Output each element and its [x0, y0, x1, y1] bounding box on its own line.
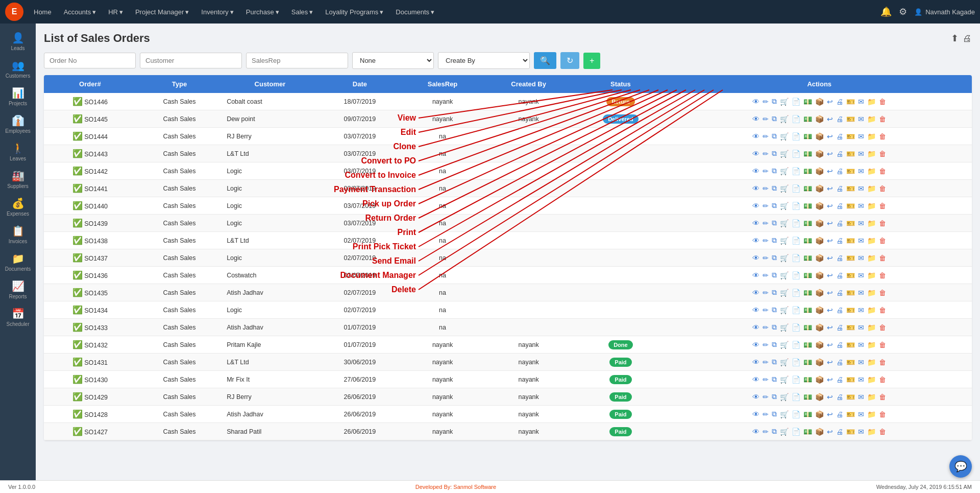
action-clone-icon[interactable]: ⧉	[771, 392, 778, 402]
sidebar-item-invoices[interactable]: 📋 Invoices	[0, 221, 36, 248]
action-convert-to-po-icon[interactable]: 🛒	[779, 167, 790, 176]
action-print-pick-ticket-icon[interactable]: 🎫	[845, 392, 856, 402]
action-convert-to-po-icon[interactable]: 🛒	[779, 306, 790, 315]
action-print-icon[interactable]: 🖨	[835, 149, 844, 158]
action-send-email-icon[interactable]: ✉	[857, 219, 865, 228]
action-send-email-icon[interactable]: ✉	[857, 323, 865, 332]
action-print-icon[interactable]: 🖨	[835, 340, 844, 349]
action-print-icon[interactable]: 🖨	[835, 167, 844, 176]
action-clone-icon[interactable]: ⧉	[771, 183, 778, 193]
action-clone-icon[interactable]: ⧉	[771, 288, 778, 297]
action-delete-icon[interactable]: 🗑	[878, 427, 887, 436]
action-delete-icon[interactable]: 🗑	[878, 184, 887, 193]
action-return-order-icon[interactable]: ↩	[826, 427, 834, 436]
action-pick-up-order-icon[interactable]: 📦	[814, 219, 825, 228]
action-document-manager-icon[interactable]: 📁	[866, 253, 877, 263]
action-pick-up-order-icon[interactable]: 📦	[814, 114, 825, 124]
action-convert-to-po-icon[interactable]: 🛒	[779, 236, 790, 245]
action-payment-transaction-icon[interactable]: 💵	[802, 149, 813, 158]
action-document-manager-icon[interactable]: 📁	[866, 375, 877, 384]
action-view-icon[interactable]: 👁	[751, 340, 761, 349]
action-convert-to-po-icon[interactable]: 🛒	[779, 375, 790, 384]
action-payment-transaction-icon[interactable]: 💵	[802, 201, 813, 210]
print-button[interactable]: 🖨	[963, 33, 972, 44]
action-convert-to-po-icon[interactable]: 🛒	[779, 184, 790, 193]
action-view-icon[interactable]: 👁	[751, 149, 761, 158]
action-print-pick-ticket-icon[interactable]: 🎫	[845, 340, 856, 349]
nav-hr[interactable]: HR▾	[103, 5, 128, 19]
action-return-order-icon[interactable]: ↩	[826, 167, 834, 176]
action-edit-icon[interactable]: ✏	[762, 219, 770, 228]
action-clone-icon[interactable]: ⧉	[771, 114, 778, 124]
action-convert-to-invoice-icon[interactable]: 📄	[791, 114, 801, 124]
action-document-manager-icon[interactable]: 📁	[866, 288, 877, 297]
action-clone-icon[interactable]: ⧉	[771, 218, 778, 228]
action-payment-transaction-icon[interactable]: 💵	[802, 167, 813, 176]
action-clone-icon[interactable]: ⧉	[771, 236, 778, 245]
action-pick-up-order-icon[interactable]: 📦	[814, 392, 825, 402]
action-delete-icon[interactable]: 🗑	[878, 253, 887, 263]
action-view-icon[interactable]: 👁	[751, 323, 761, 332]
action-return-order-icon[interactable]: ↩	[826, 149, 834, 158]
action-return-order-icon[interactable]: ↩	[826, 306, 834, 315]
user-menu[interactable]: 👤 Navnath Kagade	[914, 8, 975, 16]
action-document-manager-icon[interactable]: 📁	[866, 323, 877, 332]
action-document-manager-icon[interactable]: 📁	[866, 392, 877, 402]
action-print-icon[interactable]: 🖨	[835, 184, 844, 193]
action-view-icon[interactable]: 👁	[751, 410, 761, 419]
upload-button[interactable]: ⬆	[951, 33, 959, 44]
action-convert-to-po-icon[interactable]: 🛒	[779, 219, 790, 228]
action-send-email-icon[interactable]: ✉	[857, 392, 865, 402]
action-print-icon[interactable]: 🖨	[835, 288, 844, 297]
sidebar-item-expenses[interactable]: 💰 Expenses	[0, 193, 36, 221]
action-print-pick-ticket-icon[interactable]: 🎫	[845, 114, 856, 124]
action-clone-icon[interactable]: ⧉	[771, 149, 778, 158]
action-payment-transaction-icon[interactable]: 💵	[802, 236, 813, 245]
action-print-pick-ticket-icon[interactable]: 🎫	[845, 271, 856, 280]
action-view-icon[interactable]: 👁	[751, 392, 761, 402]
action-send-email-icon[interactable]: ✉	[857, 306, 865, 315]
action-payment-transaction-icon[interactable]: 💵	[802, 219, 813, 228]
action-print-pick-ticket-icon[interactable]: 🎫	[845, 253, 856, 263]
action-return-order-icon[interactable]: ↩	[826, 219, 834, 228]
add-button[interactable]: +	[583, 53, 600, 69]
action-pick-up-order-icon[interactable]: 📦	[814, 375, 825, 384]
sidebar-item-projects[interactable]: 📊 Projects	[0, 83, 36, 110]
action-send-email-icon[interactable]: ✉	[857, 167, 865, 176]
sidebar-item-employees[interactable]: 👔 Employees	[0, 110, 36, 138]
action-payment-transaction-icon[interactable]: 💵	[802, 358, 813, 367]
action-send-email-icon[interactable]: ✉	[857, 114, 865, 124]
action-convert-to-po-icon[interactable]: 🛒	[779, 132, 790, 141]
action-document-manager-icon[interactable]: 📁	[866, 340, 877, 349]
action-return-order-icon[interactable]: ↩	[826, 184, 834, 193]
action-convert-to-invoice-icon[interactable]: 📄	[791, 132, 801, 141]
action-clone-icon[interactable]: ⧉	[771, 166, 778, 176]
action-document-manager-icon[interactable]: 📁	[866, 219, 877, 228]
sidebar-item-leaves[interactable]: 🚶 Leaves	[0, 138, 36, 166]
action-print-pick-ticket-icon[interactable]: 🎫	[845, 167, 856, 176]
action-print-pick-ticket-icon[interactable]: 🎫	[845, 323, 856, 332]
action-print-icon[interactable]: 🖨	[835, 271, 844, 280]
action-print-icon[interactable]: 🖨	[835, 358, 844, 367]
action-document-manager-icon[interactable]: 📁	[866, 184, 877, 193]
action-edit-icon[interactable]: ✏	[762, 375, 770, 384]
action-payment-transaction-icon[interactable]: 💵	[802, 410, 813, 419]
action-convert-to-invoice-icon[interactable]: 📄	[791, 392, 801, 402]
action-convert-to-invoice-icon[interactable]: 📄	[791, 149, 801, 158]
action-print-icon[interactable]: 🖨	[835, 219, 844, 228]
action-payment-transaction-icon[interactable]: 💵	[802, 271, 813, 280]
action-delete-icon[interactable]: 🗑	[878, 132, 887, 141]
action-payment-transaction-icon[interactable]: 💵	[802, 132, 813, 141]
action-pick-up-order-icon[interactable]: 📦	[814, 340, 825, 349]
action-payment-transaction-icon[interactable]: 💵	[802, 114, 813, 124]
action-return-order-icon[interactable]: ↩	[826, 410, 834, 419]
action-send-email-icon[interactable]: ✉	[857, 288, 865, 297]
action-pick-up-order-icon[interactable]: 📦	[814, 97, 825, 106]
action-return-order-icon[interactable]: ↩	[826, 375, 834, 384]
action-document-manager-icon[interactable]: 📁	[866, 201, 877, 210]
search-button[interactable]: 🔍	[534, 52, 556, 69]
action-view-icon[interactable]: 👁	[751, 114, 761, 124]
action-convert-to-po-icon[interactable]: 🛒	[779, 288, 790, 297]
action-payment-transaction-icon[interactable]: 💵	[802, 392, 813, 402]
action-return-order-icon[interactable]: ↩	[826, 236, 834, 245]
